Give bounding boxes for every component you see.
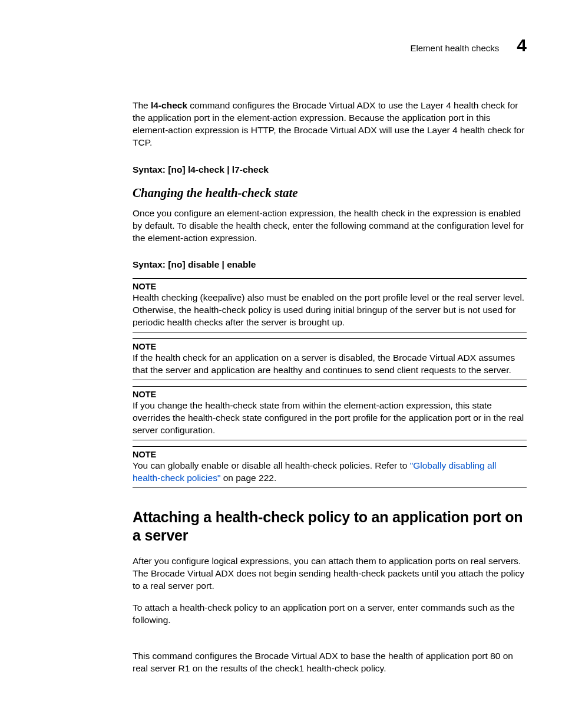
note-1: NOTE Health checking (keepalive) also mu… [133, 278, 527, 332]
command-name: l4-check [151, 100, 187, 110]
paragraph-attach-3: This command configures the Brocade Virt… [133, 650, 527, 675]
section-title: Element health checks [410, 43, 499, 53]
paragraph-attach-2: To attach a health-check policy to an ap… [133, 602, 527, 627]
note-body: Health checking (keepalive) also must be… [133, 292, 527, 329]
note-label: NOTE [133, 282, 527, 291]
heading-attaching-policy: Attaching a health-check policy to an ap… [133, 508, 527, 545]
note-label: NOTE [133, 390, 527, 399]
note-body: You can globally enable or disable all h… [133, 460, 527, 485]
running-header: Element health checks 4 [133, 35, 527, 55]
note-label: NOTE [133, 450, 527, 459]
paragraph-changing-state: Once you configure an element-action exp… [133, 207, 527, 245]
note-body: If the health check for an application o… [133, 352, 527, 377]
text: The [133, 100, 151, 110]
chapter-number: 4 [517, 35, 527, 55]
note-label: NOTE [133, 342, 527, 351]
text: command configures the Brocade Virtual A… [133, 100, 524, 147]
page: Element health checks 4 The l4-check com… [0, 0, 562, 728]
note-body: If you change the health-check state fro… [133, 400, 527, 437]
syntax-line-1: Syntax: [no] l4-check | l7-check [133, 164, 527, 175]
heading-changing-state: Changing the health-check state [133, 186, 527, 200]
syntax-body: [no] l4-check | l7-check [168, 164, 269, 174]
note-4: NOTE You can globally enable or disable … [133, 446, 527, 488]
syntax-label: Syntax: [133, 259, 168, 269]
note-3: NOTE If you change the health-check stat… [133, 386, 527, 440]
syntax-label: Syntax: [133, 164, 168, 174]
syntax-body: [no] disable | enable [168, 259, 256, 269]
note-2: NOTE If the health check for an applicat… [133, 338, 527, 380]
text: You can globally enable or disable all h… [133, 460, 410, 470]
paragraph-attach-1: After you configure logical expressions,… [133, 555, 527, 592]
text: on page 222. [220, 473, 276, 483]
paragraph-l4check: The l4-check command configures the Broc… [133, 100, 527, 149]
syntax-line-2: Syntax: [no] disable | enable [133, 259, 527, 270]
